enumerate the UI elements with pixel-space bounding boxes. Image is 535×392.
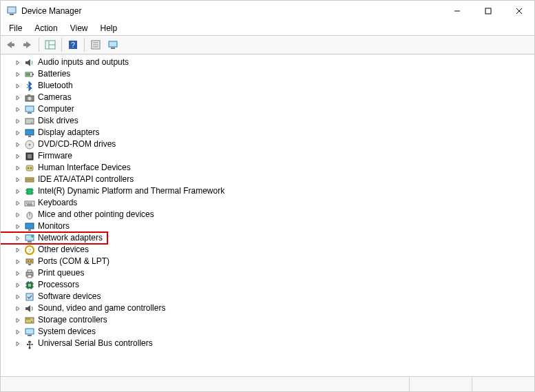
tree-item-label: Keyboards	[38, 197, 77, 209]
expand-chevron-icon[interactable]	[13, 339, 23, 349]
app-icon	[6, 6, 17, 17]
tree-item[interactable]: Keyboards	[13, 197, 534, 209]
tree-item[interactable]: Disk drives	[13, 115, 534, 127]
expand-chevron-icon[interactable]	[13, 140, 23, 149]
status-cell-2	[410, 377, 472, 391]
expand-chevron-icon[interactable]	[13, 257, 23, 267]
software-icon	[24, 291, 35, 302]
expand-chevron-icon[interactable]	[13, 234, 23, 243]
expand-chevron-icon[interactable]	[13, 327, 23, 337]
usb-icon	[24, 338, 35, 349]
svg-rect-6	[11, 43, 14, 46]
tree-item[interactable]: Storage controllers	[13, 314, 534, 326]
expand-chevron-icon[interactable]	[13, 105, 23, 114]
tree-item[interactable]: Human Interface Devices	[13, 162, 534, 174]
svg-rect-52	[25, 223, 34, 229]
expand-chevron-icon[interactable]	[13, 316, 23, 325]
expand-chevron-icon[interactable]	[13, 163, 23, 173]
show-hide-console-button[interactable]	[42, 37, 59, 53]
tree-item[interactable]: Print queues	[13, 267, 534, 279]
tree-item-label: Intel(R) Dynamic Platform and Thermal Fr…	[38, 185, 224, 197]
expand-chevron-icon[interactable]	[13, 280, 23, 290]
expand-chevron-icon[interactable]	[13, 175, 23, 185]
expand-chevron-icon[interactable]	[13, 70, 23, 79]
maximize-button[interactable]	[472, 1, 503, 21]
expand-chevron-icon[interactable]	[13, 81, 23, 91]
cdrom-icon	[24, 139, 35, 150]
tree-item-label: Storage controllers	[38, 314, 107, 326]
tree-item[interactable]: Universal Serial Bus controllers	[13, 338, 534, 349]
expand-chevron-icon[interactable]	[13, 187, 23, 196]
expand-chevron-icon[interactable]	[13, 58, 23, 68]
menu-action[interactable]: Action	[29, 23, 63, 34]
svg-rect-59	[26, 259, 33, 263]
properties-button[interactable]	[87, 37, 104, 53]
tree-item[interactable]: Computer	[13, 103, 534, 115]
tree-item[interactable]: Network adapters	[13, 232, 534, 244]
svg-rect-34	[28, 154, 32, 158]
expand-chevron-icon[interactable]	[13, 292, 23, 302]
menubar: File Action View Help	[1, 21, 534, 35]
expand-chevron-icon[interactable]	[13, 222, 23, 231]
tree-item-label: Processors	[38, 279, 79, 291]
mouse-icon	[24, 209, 35, 220]
tree-item-label: Human Interface Devices	[38, 162, 131, 174]
tree-item[interactable]: Audio inputs and outputs	[13, 56, 534, 68]
tree-item[interactable]: Cameras	[13, 92, 534, 103]
expand-chevron-icon[interactable]	[13, 198, 23, 208]
ide-icon	[24, 174, 35, 185]
tree-item[interactable]: Batteries	[13, 68, 534, 80]
display-icon	[24, 127, 35, 138]
tree-item[interactable]: Sound, video and game controllers	[13, 302, 534, 314]
tree-item-label: Batteries	[38, 68, 70, 80]
window-title: Device Manager	[21, 6, 81, 16]
tree-item[interactable]: DVD/CD-ROM drives	[13, 138, 534, 150]
tree-item[interactable]: Software devices	[13, 291, 534, 302]
menu-file[interactable]: File	[3, 23, 28, 34]
tree-item[interactable]: IDE ATA/ATAPI controllers	[13, 174, 534, 185]
tree-item-label: DVD/CD-ROM drives	[38, 138, 116, 150]
tree-item-label: Software devices	[38, 291, 101, 302]
tree-item[interactable]: Intel(R) Dynamic Platform and Thermal Fr…	[13, 185, 534, 197]
tree-item-label: Ports (COM & LPT)	[38, 256, 109, 267]
expand-chevron-icon[interactable]	[13, 210, 23, 220]
back-button[interactable]	[2, 37, 19, 53]
tree-item[interactable]: ?Other devices	[13, 244, 534, 256]
tree-item[interactable]: Monitors	[13, 220, 534, 232]
tree-item-label: IDE ATA/ATAPI controllers	[38, 174, 134, 185]
tree-item[interactable]: Ports (COM & LPT)	[13, 256, 534, 267]
tree-item[interactable]: Display adapters	[13, 127, 534, 138]
svg-rect-47	[28, 203, 30, 204]
expand-chevron-icon[interactable]	[13, 269, 23, 278]
camera-icon	[24, 92, 35, 103]
tree-item[interactable]: Firmware	[13, 150, 534, 162]
expand-chevron-icon[interactable]	[13, 304, 23, 313]
printer-icon	[24, 268, 35, 279]
minimize-button[interactable]	[441, 1, 472, 21]
tree-item[interactable]: Mice and other pointing devices	[13, 209, 534, 220]
tree-item[interactable]: System devices	[13, 326, 534, 338]
svg-text:?: ?	[28, 247, 32, 254]
expand-chevron-icon[interactable]	[13, 93, 23, 103]
menu-view[interactable]: View	[65, 23, 94, 34]
bluetooth-icon	[24, 81, 35, 92]
expand-chevron-icon[interactable]	[13, 128, 23, 138]
menu-help[interactable]: Help	[95, 23, 123, 34]
expand-chevron-icon[interactable]	[13, 116, 23, 126]
forward-button[interactable]	[19, 37, 36, 53]
svg-text:?: ?	[71, 41, 75, 49]
close-button[interactable]	[503, 1, 534, 21]
tree-item[interactable]: Bluetooth	[13, 80, 534, 92]
svg-rect-1	[10, 14, 14, 15]
scan-hardware-button[interactable]	[105, 37, 121, 53]
tree-item[interactable]: Processors	[13, 279, 534, 291]
tree-item-label: Computer	[38, 103, 74, 115]
keyboard-icon	[24, 198, 35, 209]
help-button[interactable]: ?	[65, 37, 81, 53]
svg-rect-53	[28, 229, 31, 231]
svg-rect-80	[28, 335, 32, 336]
expand-chevron-icon[interactable]	[13, 152, 23, 161]
expand-chevron-icon[interactable]	[13, 245, 23, 255]
device-tree[interactable]: Audio inputs and outputsBatteriesBluetoo…	[1, 54, 534, 376]
svg-rect-27	[25, 118, 34, 124]
